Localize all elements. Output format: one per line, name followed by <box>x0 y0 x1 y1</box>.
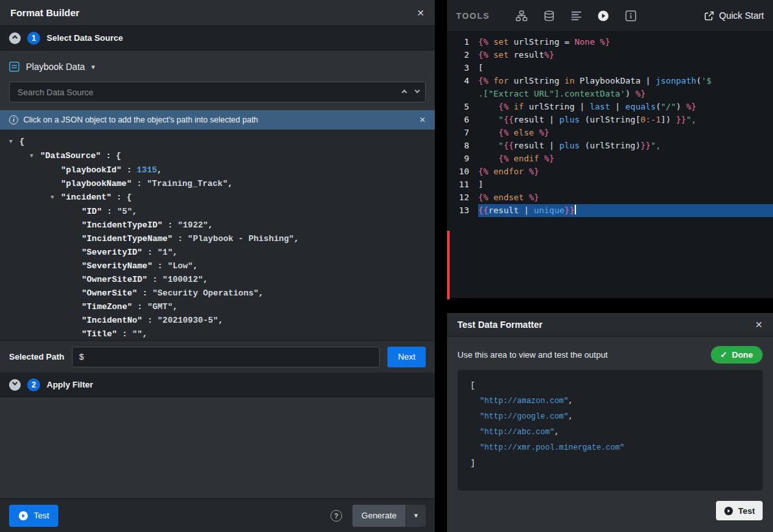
code-line[interactable]: 5 {% if urlString | last | equals("/") %… <box>447 100 773 113</box>
output-line: "http://xmr.pool.minergate.com" <box>470 440 750 456</box>
align-lines-icon[interactable] <box>570 10 582 21</box>
playbook-data-icon <box>9 62 19 72</box>
code-line[interactable]: 1{% set urlString = None %} <box>447 36 773 49</box>
json-tree-line[interactable]: "ID" : "5", <box>0 205 435 218</box>
format-builder-panel: Format Builder ✕ 1 Select Data Source Pl… <box>0 0 435 532</box>
json-tree-line[interactable]: ▼{ <box>0 135 435 149</box>
test-output-button[interactable]: Test <box>716 501 763 520</box>
test-button-label: Test <box>34 511 49 520</box>
code-line[interactable]: 2{% set result%} <box>447 49 773 62</box>
json-tree-line[interactable]: "OwnerSiteID" : "100012", <box>0 273 435 286</box>
info-icon: i <box>9 115 18 124</box>
section-select-data-source[interactable]: 1 Select Data Source <box>0 26 435 51</box>
selected-path-label: Selected Path <box>9 352 64 362</box>
footer-right: ? Generate ▾ <box>330 505 426 527</box>
code-line[interactable]: 7 {% else %} <box>447 126 773 139</box>
play-circle-icon <box>18 511 29 521</box>
code-line[interactable]: 13{{result | unique}} <box>447 204 773 217</box>
database-icon[interactable] <box>543 10 555 21</box>
code-line[interactable]: 8 "{{result | plus (urlString)}}", <box>447 139 773 152</box>
chevron-down-icon[interactable] <box>415 87 420 93</box>
json-tree-line[interactable]: "SeverityName" : "Low", <box>0 259 435 273</box>
play-circle-icon[interactable] <box>597 10 609 21</box>
expand-section-icon[interactable] <box>9 379 21 391</box>
step-badge: 1 <box>27 32 40 45</box>
section-title: Apply Filter <box>47 380 93 389</box>
info-square-icon[interactable] <box>625 10 636 21</box>
code-line[interactable]: .["Extract URL"].contextData') %} <box>447 87 773 100</box>
text-cursor <box>575 205 576 214</box>
line-number: 8 <box>447 139 478 152</box>
line-number: 1 <box>447 36 478 49</box>
data-source-dropdown[interactable]: Playbook Data ▾ <box>9 57 426 76</box>
tools-label: TOOLS <box>456 11 490 21</box>
output-line: [ <box>470 378 750 393</box>
json-tree-line[interactable]: "Title" : "", <box>0 327 435 340</box>
generate-button[interactable]: Generate <box>352 505 406 527</box>
json-tree-line[interactable]: "IncidentNo" : "20210930-5", <box>0 314 435 327</box>
json-tree-line[interactable]: "TimeZone" : "GMT", <box>0 300 435 314</box>
close-icon[interactable]: ✕ <box>417 8 424 18</box>
json-tree[interactable]: ▼{▼"DataSource" : {"playbookId" : 1315,"… <box>0 130 435 340</box>
done-button-label: Done <box>732 350 754 360</box>
code-line[interactable]: 11] <box>447 178 773 191</box>
banner-close-icon[interactable]: ✕ <box>419 115 426 124</box>
done-button[interactable]: ✓ Done <box>711 346 763 364</box>
formatter-editor-panel: TOOLS <box>447 0 773 298</box>
app-root: Format Builder ✕ 1 Select Data Source Pl… <box>0 0 773 532</box>
line-number: 2 <box>447 49 478 62</box>
test-button[interactable]: Test <box>9 505 58 527</box>
quick-start-button[interactable]: Quick Start <box>704 10 764 21</box>
test-output-label: Test <box>738 506 755 516</box>
tool-icons <box>516 10 636 21</box>
json-tree-line[interactable]: "IncidentTypeID" : "1922", <box>0 218 435 232</box>
line-number: 12 <box>447 191 478 204</box>
chevron-down-icon: ▾ <box>91 63 95 71</box>
next-button[interactable]: Next <box>387 347 426 367</box>
json-tree-line[interactable]: ▼"incident" : { <box>0 191 435 205</box>
test-panel-subtitle: Use this area to view and test the outpu… <box>457 350 608 360</box>
json-tree-line[interactable]: "playbookName" : "Training_Track", <box>0 177 435 191</box>
output-line: ] <box>470 456 750 471</box>
code-line[interactable]: 3[ <box>447 62 773 75</box>
chevron-up-icon[interactable] <box>402 89 407 95</box>
section-apply-filter[interactable]: 2 Apply Filter <box>0 373 435 397</box>
help-icon[interactable]: ? <box>330 510 342 522</box>
selected-path-input[interactable] <box>72 347 380 367</box>
collapse-arrow-icon[interactable]: ▼ <box>51 191 61 205</box>
json-tree-line[interactable]: ▼"DataSource" : { <box>0 149 435 163</box>
output-line: "http://abc.com", <box>470 424 750 440</box>
collapse-arrow-icon[interactable]: ▼ <box>30 150 40 163</box>
line-number: 13 <box>447 204 478 217</box>
code-rows[interactable]: 1{% set urlString = None %}2{% set resul… <box>447 31 773 217</box>
line-number: 7 <box>447 126 478 139</box>
collapse-arrow-icon[interactable]: ▼ <box>9 135 19 149</box>
close-icon[interactable]: ✕ <box>755 319 763 330</box>
line-number: 9 <box>447 152 478 165</box>
collapse-section-icon[interactable] <box>9 32 21 44</box>
output-box: [ "http://amazon.com", "http://google.co… <box>457 370 763 491</box>
format-builder-footer: Test ? Generate ▾ <box>0 498 435 532</box>
code-line[interactable]: 6 "{{result | plus (urlString[0:-1]) }}"… <box>447 113 773 126</box>
json-tree-line[interactable]: "OwnerSite" : "Security Operations", <box>0 286 435 300</box>
code-line[interactable]: 12{% endset %} <box>447 191 773 204</box>
generate-dropdown-icon[interactable]: ▾ <box>406 505 426 527</box>
panel-title: Format Builder <box>10 7 80 18</box>
empty-area <box>0 397 435 498</box>
output-line: "http://amazon.com", <box>470 393 750 409</box>
json-tree-line[interactable]: "SeverityID" : "1", <box>0 246 435 259</box>
line-number: 5 <box>447 100 478 113</box>
json-tree-line[interactable]: "IncidentTypeName" : "Playbook - Phishin… <box>0 232 435 246</box>
line-number: 6 <box>447 113 478 126</box>
sitemap-icon[interactable] <box>516 10 527 21</box>
code-line[interactable]: 9 {% endif %} <box>447 152 773 165</box>
search-input[interactable] <box>9 82 426 102</box>
selected-path-bar: Selected Path Next <box>0 340 435 373</box>
code-line[interactable]: 10{% endfor %} <box>447 165 773 178</box>
line-number <box>447 87 478 100</box>
quick-start-label: Quick Start <box>719 10 764 21</box>
test-panel-title: Test Data Formatter <box>457 319 542 330</box>
json-tree-line[interactable]: "playbookId" : 1315, <box>0 163 435 177</box>
line-number: 3 <box>447 62 478 75</box>
code-line[interactable]: 4{% for urlString in PlaybookData | json… <box>447 75 773 87</box>
